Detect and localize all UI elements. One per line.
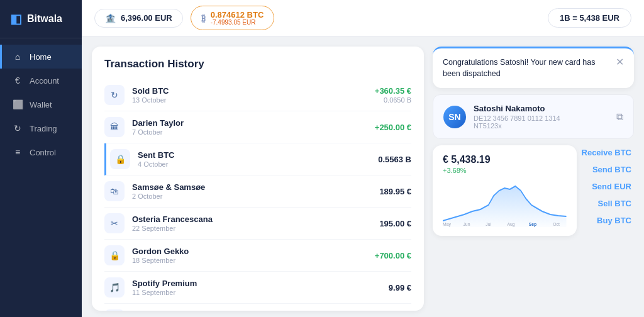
account-details: Satoshi Nakamoto DE12 3456 7891 0112 131… [474,104,609,130]
chart-card: € 5,438.19 +3.68% May Jun J [433,145,577,236]
sidebar-nav: ⌂ Home € Account ⬜ Wallet ↻ Trading ≡ Co… [0,45,82,164]
svg-text:Jul: Jul [486,221,491,227]
tx-main-amount: 0.5563 B [378,155,411,164]
tx-main-amount: 9.99 € [389,283,411,292]
svg-text:May: May [443,221,451,227]
tx-main-amount: +700.00 € [375,251,411,260]
control-icon: ≡ [12,147,23,157]
sidebar-item-label: Account [30,76,59,86]
tx-icon: 🎵 [104,277,125,298]
bitwala-logo-icon: ◧ [10,11,22,26]
transaction-panel: Transaction History ↻ Sold BTC 13 Octobe… [92,47,424,311]
send-btc-link[interactable]: Send BTC [592,162,631,177]
sidebar: ◧ Bitwala ⌂ Home € Account ⬜ Wallet ↻ Tr… [0,0,82,317]
tx-main-amount: 195.00 € [379,219,411,228]
transaction-title: Transaction History [104,58,411,70]
table-row: 🔒 Sent BTC 4 October 0.5563 B [104,143,411,175]
table-row: ↻ Bought BTC 5 September +0.2994 B 1651.… [104,304,411,311]
sell-btc-link[interactable]: Sell BTC [598,196,631,211]
btc-balance-value: 0.874612 BTC [211,10,264,19]
table-row: 🏛 Darien Taylor 7 October +250.00 € [104,111,411,143]
tx-icon: 🔒 [104,245,125,265]
tx-name: Samsøe & Samsøe [132,182,372,192]
sidebar-item-control[interactable]: ≡ Control [0,140,82,164]
svg-text:Aug: Aug [508,221,515,227]
wallet-icon: ⬜ [12,99,23,109]
topbar: 🏦 6,396.00 EUR ₿ 0.874612 BTC -7.4993.05… [82,0,644,36]
table-row: 🎵 Spotify Premium 11 September 9.99 € [104,272,411,304]
tx-amount: 0.5563 B [378,155,411,164]
tx-icon: 🔒 [110,149,130,169]
send-eur-link[interactable]: Send EUR [592,179,631,194]
avatar: SN [443,106,466,128]
tx-date: 22 September [132,225,372,232]
tx-name: Sold BTC [132,86,367,96]
svg-text:Sep: Sep [529,221,537,227]
main-content: 🏦 6,396.00 EUR ₿ 0.874612 BTC -7.4993.05… [82,0,644,317]
table-row: ✂ Osteria Francescana 22 September 195.0… [104,208,411,240]
exchange-rate: 1B = 5,438 EUR [548,8,631,28]
btc-icon: ₿ [201,13,206,23]
table-row: ↻ Sold BTC 13 October +360.35 € 0.0650 B [104,79,411,111]
svg-text:Oct: Oct [553,221,560,227]
sidebar-item-label: Wallet [30,100,52,109]
svg-text:Jun: Jun [463,221,470,227]
tx-icon: 🏛 [104,117,125,137]
account-iban: DE12 3456 7891 0112 1314 [474,114,609,122]
tx-icon: ↻ [104,85,125,105]
sidebar-logo: ◧ Bitwala [0,0,82,38]
tx-info: Osteria Francescana 22 September [132,214,372,232]
tx-name: Darien Taylor [132,118,367,128]
tx-name: Osteria Francescana [132,214,372,224]
eur-balance-pill: 🏦 6,396.00 EUR [94,9,183,28]
transaction-list: ↻ Sold BTC 13 October +360.35 € 0.0650 B… [104,79,411,311]
tx-icon: ✂ [104,213,125,233]
tx-date: 2 October [132,192,372,200]
tx-info: Darien Taylor 7 October [132,118,367,136]
bank-icon: 🏦 [105,13,116,23]
buy-btc-link[interactable]: Buy BTC [597,213,631,228]
trading-icon: ↻ [12,123,23,133]
tx-date: 4 October [138,160,370,168]
tx-date: 11 September [132,289,381,296]
action-links: Receive BTCSend BTCSend EURSell BTCBuy B… [582,145,634,236]
tx-amount: 195.00 € [379,219,411,228]
chart-change: +3.68% [443,167,567,174]
sidebar-item-label: Home [30,52,52,62]
sidebar-item-label: Trading [30,124,57,133]
right-panel: Congratulations Satoshi! Your new card h… [433,47,634,311]
sidebar-item-wallet[interactable]: ⬜ Wallet [0,92,82,116]
account-name: Satoshi Nakamoto [474,104,609,113]
account-ref: NT5123x [474,122,609,130]
tx-name: Sent BTC [138,150,370,160]
euro-icon: € [12,75,23,86]
btc-balance-sub: -7.4993.05 EUR [211,19,264,26]
table-row: 🔒 Gordon Gekko 18 September +700.00 € [104,240,411,272]
tx-main-amount: +360.35 € [375,86,411,96]
copy-icon[interactable]: ⧉ [616,111,623,123]
tx-info: Samsøe & Samsøe 2 October [132,182,372,200]
tx-amount: +700.00 € [375,251,411,260]
tx-main-amount: +250.00 € [375,123,411,132]
notification-card: Congratulations Satoshi! Your new card h… [433,47,634,88]
tx-date: 13 October [132,96,367,104]
tx-main-amount: 189.95 € [379,187,411,196]
chart-actions-row: € 5,438.19 +3.68% May Jun J [433,145,634,236]
sidebar-item-label: Control [30,148,56,157]
home-icon: ⌂ [12,52,23,62]
sidebar-item-home[interactable]: ⌂ Home [0,45,82,69]
tx-amount: 189.95 € [379,187,411,196]
tx-info: Spotify Premium 11 September [132,279,381,296]
tx-icon: 🛍 [104,181,125,201]
btc-balance-pill: ₿ 0.874612 BTC -7.4993.05 EUR [191,6,275,30]
receive-btc-link[interactable]: Receive BTC [582,145,631,160]
close-notification-button[interactable]: ✕ [616,57,624,67]
tx-name: Spotify Premium [132,279,381,288]
chart-value: € 5,438.19 [443,154,567,165]
price-chart: May Jun Jul Aug Sep Oct [443,177,567,227]
table-row: 🛍 Samsøe & Samsøe 2 October 189.95 € [104,175,411,208]
sidebar-item-trading[interactable]: ↻ Trading [0,116,82,140]
sidebar-item-account[interactable]: € Account [0,69,82,92]
bitwala-logo-text: Bitwala [27,13,62,25]
tx-info: Gordon Gekko 18 September [132,247,367,264]
